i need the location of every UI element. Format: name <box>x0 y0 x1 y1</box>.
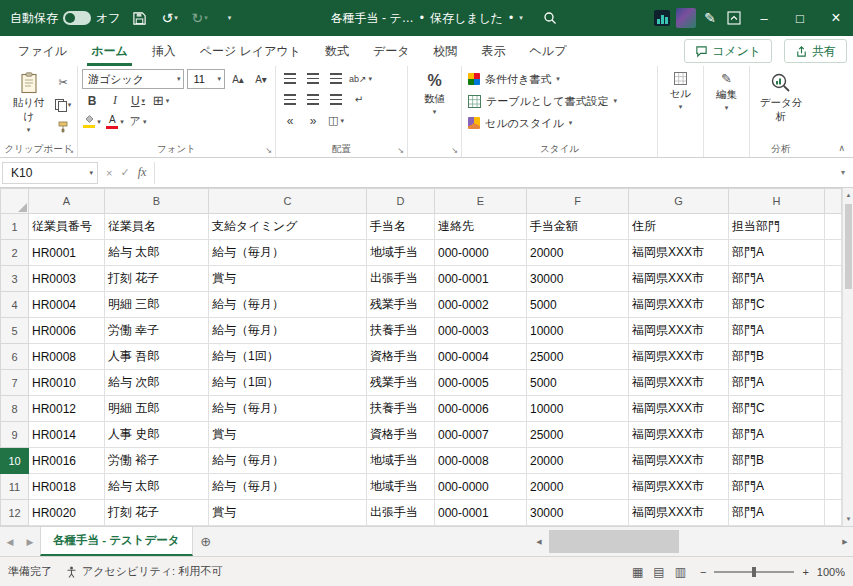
copy-button[interactable]: ▾ <box>53 95 73 114</box>
select-all-corner[interactable] <box>1 189 29 214</box>
cell[interactable]: 000-0007 <box>435 422 527 448</box>
document-title[interactable]: 各種手当 - テ… • 保存しました • ▾ <box>331 10 523 27</box>
cell[interactable]: 25000 <box>527 344 629 370</box>
cell[interactable]: 打刻 花子 <box>105 500 209 526</box>
formula-input[interactable] <box>154 162 833 184</box>
cell[interactable]: HR0016 <box>29 448 105 474</box>
cell[interactable]: 給与（1回） <box>209 370 367 396</box>
horizontal-scroll-thumb[interactable] <box>549 530 679 553</box>
grow-font-button[interactable]: A▴ <box>228 70 248 89</box>
cell[interactable]: 残業手当 <box>367 370 435 396</box>
sheet-prev-button[interactable]: ◀ <box>0 527 20 556</box>
decrease-indent-button[interactable]: « <box>280 111 300 130</box>
cell[interactable] <box>825 448 842 474</box>
copy-dropdown-icon[interactable]: ▾ <box>68 101 72 109</box>
cell[interactable]: 扶養手当 <box>367 396 435 422</box>
zoom-out-button[interactable]: − <box>700 566 706 578</box>
titlebar-badge[interactable] <box>651 5 673 31</box>
share-button[interactable]: 共有 <box>784 39 847 63</box>
cell[interactable]: 20000 <box>527 448 629 474</box>
col-header-clipped[interactable] <box>825 189 842 214</box>
tab-data[interactable]: データ <box>361 36 422 66</box>
cell[interactable]: 給与（毎月） <box>209 396 367 422</box>
cell[interactable]: 賞与 <box>209 422 367 448</box>
row-header-12[interactable]: 12 <box>1 500 29 526</box>
font-name-combo[interactable]: 游ゴシック ▾ <box>82 69 184 89</box>
cell[interactable]: 扶養手当 <box>367 318 435 344</box>
font-dialog-launcher[interactable]: ↘ <box>265 147 272 155</box>
align-right-button[interactable] <box>326 90 346 109</box>
cell[interactable]: HR0004 <box>29 292 105 318</box>
row-header-9[interactable]: 9 <box>1 422 29 448</box>
cell[interactable]: 福岡県XXX市 <box>629 448 729 474</box>
cell[interactable]: 資格手当 <box>367 422 435 448</box>
cell[interactable]: HR0012 <box>29 396 105 422</box>
cell[interactable] <box>825 396 842 422</box>
cell[interactable]: 給与（毎月） <box>209 448 367 474</box>
cell[interactable]: 福岡県XXX市 <box>629 370 729 396</box>
cell[interactable]: 部門C <box>729 292 825 318</box>
cell[interactable]: 000-0004 <box>435 344 527 370</box>
tab-view[interactable]: 表示 <box>470 36 518 66</box>
font-color-dropdown-icon[interactable]: ▾ <box>120 118 124 126</box>
cell[interactable] <box>825 370 842 396</box>
cell[interactable]: 福岡県XXX市 <box>629 318 729 344</box>
save-button[interactable] <box>129 5 151 31</box>
name-box[interactable]: K10 ▾ <box>2 162 98 184</box>
conditional-formatting-button[interactable]: 条件付き書式 ▾ <box>466 69 653 89</box>
redo-button[interactable]: ↻ ▾ <box>189 5 211 31</box>
cell[interactable]: 部門A <box>729 266 825 292</box>
cell[interactable]: 部門A <box>729 474 825 500</box>
paste-button[interactable]: 貼り付け ▾ <box>4 69 53 142</box>
cell[interactable]: 労働 幸子 <box>105 318 209 344</box>
cell[interactable] <box>825 500 842 526</box>
vertical-scroll-thumb[interactable] <box>845 204 852 289</box>
orientation-dropdown-icon[interactable]: ▾ <box>369 75 373 83</box>
enter-button[interactable]: ✓ <box>120 166 129 179</box>
col-header-H[interactable]: H <box>729 189 825 214</box>
row-header-2[interactable]: 2 <box>1 240 29 266</box>
zoom-in-button[interactable]: + <box>802 566 808 578</box>
insert-function-button[interactable]: fx <box>138 165 147 180</box>
cell[interactable]: 資格手当 <box>367 344 435 370</box>
cell[interactable]: 福岡県XXX市 <box>629 474 729 500</box>
cell[interactable]: 地域手当 <box>367 474 435 500</box>
tab-formulas[interactable]: 数式 <box>313 36 361 66</box>
cell[interactable]: HR0018 <box>29 474 105 500</box>
cell[interactable]: 部門A <box>729 318 825 344</box>
autosave-toggle[interactable]: 自動保存 オフ <box>10 10 121 27</box>
cell[interactable]: 給与 次郎 <box>105 370 209 396</box>
cell[interactable]: 手当金額 <box>527 214 629 240</box>
phonetic-dropdown-icon[interactable]: ▾ <box>143 118 147 126</box>
cell[interactable]: HR0014 <box>29 422 105 448</box>
cut-button[interactable]: ✂ <box>53 73 73 92</box>
cell[interactable]: 連絡先 <box>435 214 527 240</box>
cell[interactable]: 賞与 <box>209 266 367 292</box>
format-painter-button[interactable] <box>53 117 73 136</box>
cell[interactable]: 000-0003 <box>435 318 527 344</box>
row-header-10[interactable]: 10 <box>1 448 29 474</box>
cell[interactable]: 福岡県XXX市 <box>629 292 729 318</box>
borders-button[interactable]: ⊞▾ <box>151 91 171 110</box>
cell[interactable]: HR0020 <box>29 500 105 526</box>
cell[interactable] <box>825 240 842 266</box>
cell[interactable]: HR0003 <box>29 266 105 292</box>
cell[interactable]: 部門A <box>729 240 825 266</box>
page-layout-view-button[interactable]: ▤ <box>653 565 664 579</box>
row-header-8[interactable]: 8 <box>1 396 29 422</box>
align-top-button[interactable] <box>280 69 300 88</box>
row-header-7[interactable]: 7 <box>1 370 29 396</box>
name-box-dropdown-icon[interactable]: ▾ <box>89 169 93 177</box>
inking-button[interactable]: ✎ <box>699 5 721 31</box>
cell[interactable]: 給与（毎月） <box>209 240 367 266</box>
cell[interactable]: 30000 <box>527 500 629 526</box>
cell[interactable]: 打刻 花子 <box>105 266 209 292</box>
cell[interactable]: 000-0000 <box>435 474 527 500</box>
cell[interactable]: 福岡県XXX市 <box>629 500 729 526</box>
editing-button[interactable]: ✎ 編集 ▾ <box>708 69 745 142</box>
col-header-A[interactable]: A <box>29 189 105 214</box>
scroll-up-icon[interactable]: ▲ <box>843 188 853 202</box>
cell[interactable]: 5000 <box>527 370 629 396</box>
zoom-slider-thumb[interactable] <box>752 567 756 577</box>
cell[interactable] <box>825 474 842 500</box>
